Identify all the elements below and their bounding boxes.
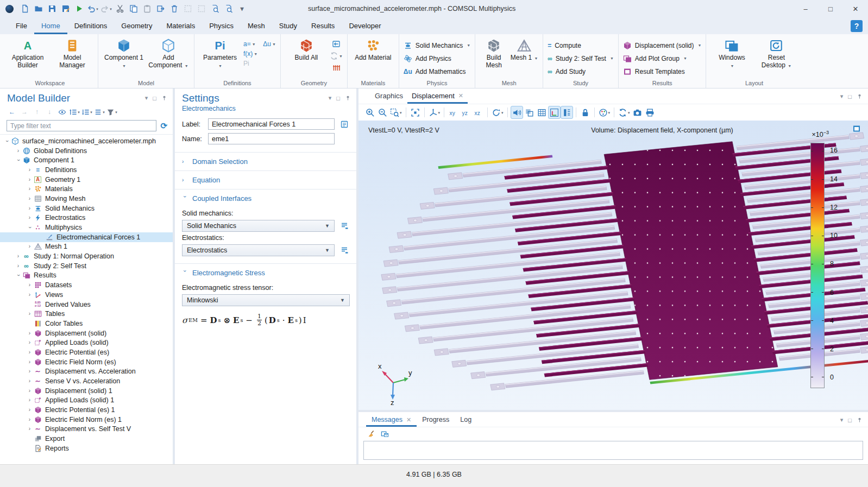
tree-expand-chevron[interactable]: › bbox=[26, 196, 33, 201]
model-manager-button[interactable]: Model Manager bbox=[51, 36, 93, 69]
menu-physics[interactable]: Physics bbox=[202, 19, 241, 34]
move-up-button[interactable]: ↑ bbox=[32, 106, 42, 117]
undo-icon[interactable]: ▾ bbox=[86, 2, 99, 15]
tree-item-tables[interactable]: ›Tables bbox=[0, 309, 173, 319]
tree-expand-chevron[interactable]: › bbox=[26, 282, 33, 288]
panel-menu-icon[interactable]: ▾ bbox=[145, 94, 148, 102]
rebuild-icon[interactable] bbox=[330, 52, 338, 60]
panel-float-icon[interactable]: □ bbox=[336, 95, 340, 102]
zoom-out-button[interactable] bbox=[376, 106, 389, 119]
tree-item-displacement-vs-self-test-v[interactable]: ›∼Displacement vs. Self Test V bbox=[0, 425, 173, 434]
solid-mechanics-button[interactable]: Solid Mechanics▼ bbox=[404, 40, 470, 51]
run-icon[interactable] bbox=[72, 2, 86, 15]
add-mathematics-button[interactable]: ΔuAdd Mathematics bbox=[404, 66, 470, 77]
tab-progress[interactable]: Progress bbox=[417, 414, 455, 427]
tree-expand-chevron[interactable]: › bbox=[26, 206, 33, 211]
label-field-input[interactable] bbox=[208, 118, 335, 130]
tree-item-displacement-solid[interactable]: ›Displacement (solid) bbox=[0, 328, 173, 338]
tree-expand-chevron[interactable]: › bbox=[15, 148, 22, 154]
transparency-button[interactable] bbox=[523, 106, 536, 119]
tree-item-export[interactable]: Export bbox=[0, 434, 173, 444]
close-button[interactable]: ✕ bbox=[843, 0, 868, 17]
component-button[interactable]: Component 1 ▼ bbox=[103, 36, 145, 69]
tree-expand-chevron[interactable]: › bbox=[26, 331, 33, 336]
show-hide-button[interactable] bbox=[56, 106, 67, 117]
tree-item-moving-mesh[interactable]: ›Moving Mesh bbox=[0, 194, 173, 204]
tree-expand-chevron[interactable]: › bbox=[26, 177, 33, 182]
parameters-button[interactable]: PiParameters▼ bbox=[199, 36, 241, 69]
menu-home[interactable]: Home bbox=[34, 19, 67, 34]
tree-expand-chevron[interactable]: › bbox=[26, 350, 33, 355]
paste-icon[interactable] bbox=[140, 2, 154, 15]
tab-displacement[interactable]: Displacement✕ bbox=[407, 89, 468, 104]
snapshot-button[interactable] bbox=[631, 106, 644, 119]
tree-collapse-chevron[interactable]: › bbox=[16, 272, 21, 279]
lock-view-button[interactable] bbox=[579, 106, 592, 119]
add-material-button[interactable]: Add Material bbox=[352, 36, 394, 61]
tree-filter-input[interactable] bbox=[7, 120, 156, 131]
panel-menu-icon[interactable]: ▾ bbox=[840, 416, 844, 423]
tree-item-geometry-1[interactable]: ›AGeometry 1 bbox=[0, 175, 173, 185]
list-select-icon[interactable] bbox=[339, 245, 350, 256]
tree-item-electric-potential-es-1[interactable]: ›Electric Potential (es) 1 bbox=[0, 405, 173, 415]
graphics-viewport[interactable]: VtestL=0 V, VtestR=2 V Volume: Displacem… bbox=[358, 121, 868, 410]
tree-expand-chevron[interactable]: › bbox=[15, 263, 22, 269]
tree-item-electrostatics[interactable]: ›Electrostatics bbox=[0, 213, 173, 223]
application-builder-button[interactable]: AApplication Builder bbox=[7, 36, 49, 69]
tree-item-mesh-1[interactable]: ›Mesh 1 bbox=[0, 242, 173, 252]
parameter-case-button[interactable]: Pi bbox=[243, 60, 257, 67]
tree-item-study-1-normal-operation[interactable]: ›∞Study 1: Normal Operation bbox=[0, 251, 173, 261]
compute-button[interactable]: =Compute bbox=[548, 40, 614, 51]
nonlocal-couplings-button[interactable]: Δu▼ bbox=[263, 40, 276, 48]
tree-expand-chevron[interactable]: › bbox=[26, 407, 33, 413]
panel-menu-icon[interactable]: ▾ bbox=[840, 93, 844, 100]
tree-item-views[interactable]: ›Views bbox=[0, 290, 173, 300]
tree-item-surface-micromachined-accelerometer-mph[interactable]: ›surface_micromachined_accelerometer.mph bbox=[0, 136, 173, 146]
list-select-icon[interactable] bbox=[339, 220, 350, 231]
tree-item-color-tables[interactable]: Color Tables bbox=[0, 319, 173, 328]
copy-icon[interactable] bbox=[127, 2, 140, 15]
default-3d-view-button[interactable]: ▾ bbox=[427, 106, 442, 119]
tree-item-datasets[interactable]: ›Datasets bbox=[0, 280, 173, 290]
tree-expand-chevron[interactable]: › bbox=[26, 292, 33, 298]
section-header[interactable]: ›Domain Selection bbox=[182, 157, 350, 166]
tree-expand-chevron[interactable]: › bbox=[26, 369, 33, 374]
tree-expand-chevron[interactable]: › bbox=[26, 417, 33, 422]
panel-pin-icon[interactable] bbox=[161, 95, 167, 101]
close-icon[interactable]: ✕ bbox=[458, 92, 463, 99]
tree-item-multiphysics[interactable]: ›∴Multiphysics bbox=[0, 223, 173, 232]
forward-button[interactable]: → bbox=[19, 106, 30, 117]
zoom-box-button[interactable]: ▾ bbox=[389, 106, 403, 119]
tree-item-displacement-vs-acceleration[interactable]: ›∼Displacement vs. Acceleration bbox=[0, 367, 173, 377]
expand-tree-button[interactable]: ▾ bbox=[69, 106, 80, 117]
tree-expand-chevron[interactable]: › bbox=[26, 426, 33, 432]
tree-collapse-chevron[interactable]: › bbox=[27, 224, 33, 231]
tree-item-global-definitions[interactable]: ›Global Definitions bbox=[0, 146, 173, 156]
tree-expand-chevron[interactable]: › bbox=[15, 254, 22, 259]
section-header[interactable]: ›Electromagnetic Stress bbox=[182, 269, 350, 277]
tree-item-electric-field-norm-es[interactable]: ›Electric Field Norm (es) bbox=[0, 357, 173, 367]
view-xy-button[interactable] bbox=[447, 106, 460, 119]
color-legend-button[interactable] bbox=[561, 106, 573, 119]
tree-collapse-chevron[interactable]: › bbox=[4, 137, 10, 144]
clear-messages-button[interactable] bbox=[365, 428, 376, 439]
menu-results[interactable]: Results bbox=[304, 19, 342, 34]
enable-icon[interactable] bbox=[194, 2, 208, 15]
tree-item-study-2-self-test[interactable]: ›∞Study 2: Self Test bbox=[0, 261, 173, 271]
move-down-button[interactable]: ↓ bbox=[44, 106, 55, 117]
menu-file[interactable]: File bbox=[9, 19, 34, 34]
tree-item-applied-loads-solid-1[interactable]: ›Applied Loads (solid) 1 bbox=[0, 396, 173, 406]
open-icon[interactable] bbox=[32, 2, 45, 15]
tree-item-reports[interactable]: Reports bbox=[0, 444, 173, 453]
windows-button[interactable]: Windows▼ bbox=[710, 36, 753, 69]
electrostatics-select[interactable]: Electrostatics▼ bbox=[182, 244, 335, 256]
duplicate-icon[interactable] bbox=[154, 2, 167, 15]
add-plot-group-button[interactable]: Add Plot Group▼ bbox=[623, 53, 702, 64]
tree-item-definitions[interactable]: ›≡Definitions bbox=[0, 165, 173, 175]
refresh-icon[interactable]: ⟳ bbox=[160, 121, 167, 131]
menu-geometry[interactable]: Geometry bbox=[114, 19, 159, 34]
help-button[interactable]: ? bbox=[851, 20, 863, 32]
maximize-button[interactable]: □ bbox=[818, 0, 843, 17]
scene-light-button[interactable] bbox=[511, 106, 523, 119]
new-file-icon[interactable] bbox=[18, 2, 32, 15]
